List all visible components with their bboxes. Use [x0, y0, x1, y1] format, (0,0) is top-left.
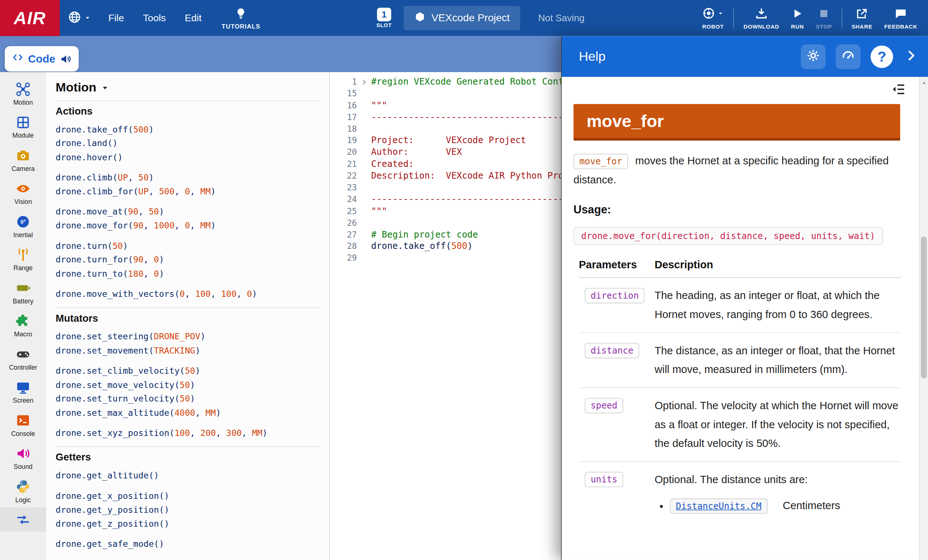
editor-line-text: """: [371, 100, 387, 112]
lightbulb-icon: [235, 7, 248, 21]
palette-command[interactable]: drone.set_max_altitude(4000, MM): [56, 406, 321, 420]
palette-command[interactable]: drone.get_x_position(): [56, 489, 321, 503]
tutorials-button[interactable]: TUTORIALS: [211, 7, 271, 29]
outline-toggle-button[interactable]: [891, 82, 906, 99]
command-group: drone.set_steering(DRONE_POV)drone.set_m…: [56, 330, 321, 358]
run-button[interactable]: RUN: [785, 0, 810, 36]
palette-command[interactable]: drone.land(): [56, 137, 321, 151]
collapse-panel-button[interactable]: [903, 47, 919, 65]
sidebar-item-macro[interactable]: Macro: [0, 309, 46, 341]
palette-command[interactable]: drone.set_xyz_position(100, 200, 300, MM…: [56, 426, 321, 440]
settings-button[interactable]: [801, 44, 826, 69]
command-group: drone.get_altitude(): [56, 469, 321, 483]
help-toggle-button[interactable]: ?: [870, 46, 893, 68]
caret-down-icon: [717, 10, 724, 18]
run-label: RUN: [791, 23, 804, 29]
palette-command[interactable]: drone.hover(): [56, 151, 321, 165]
share-button[interactable]: SHARE: [846, 0, 878, 36]
unit-link[interactable]: DistanceUnits.CM: [670, 499, 768, 514]
param-description: The distance, as an integer or float, th…: [655, 341, 902, 379]
palette-command[interactable]: drone.is_climb_active(): [56, 558, 321, 560]
editor-line-text: """: [371, 206, 387, 218]
line-number: 18: [330, 123, 357, 135]
sidebar-item-events[interactable]: [0, 507, 46, 531]
speaker-icon[interactable]: [60, 53, 72, 65]
palette-command[interactable]: drone.move_for(90, 1000, 0, MM): [56, 219, 321, 233]
palette-command[interactable]: drone.turn_to(180, 0): [56, 267, 321, 281]
palette-command[interactable]: drone.get_safe_mode(): [56, 537, 321, 551]
gauge-icon: [841, 48, 855, 65]
sidebar-item-screen[interactable]: Screen: [0, 375, 46, 408]
usage-code-block: drone.move_for(direction, distance, spee…: [573, 227, 882, 245]
palette-command[interactable]: drone.climb(UP, 50): [56, 171, 321, 185]
project-name-button[interactable]: VEXcode Project: [404, 6, 520, 30]
menu-file[interactable]: File: [99, 12, 134, 24]
palette-command[interactable]: drone.move_with_vectors(0, 100, 100, 0): [56, 287, 321, 301]
param-row-units: unitsOptional. The distance units are:Di…: [579, 462, 901, 523]
help-intro: move_for moves the Hornet at a specific …: [573, 152, 894, 189]
sidebar-item-module[interactable]: Module: [0, 110, 46, 143]
palette-command[interactable]: drone.take_off(500): [56, 123, 321, 137]
sidebar-item-sound[interactable]: Sound: [0, 441, 46, 474]
palette-command[interactable]: drone.set_climb_velocity(50): [56, 365, 321, 379]
usage-heading: Usage:: [573, 204, 919, 217]
sidebar-item-logic[interactable]: Logic: [0, 474, 46, 507]
code-brackets-icon: [12, 52, 24, 66]
palette-command[interactable]: drone.turn(50): [56, 239, 321, 253]
download-button[interactable]: DOWNLOAD: [737, 0, 785, 36]
sidebar-item-motion[interactable]: Motion: [0, 77, 46, 110]
sidebar-item-console[interactable]: Console: [0, 408, 46, 441]
col-description: Description: [655, 259, 902, 272]
sidebar-item-inertial[interactable]: 0°Inertial: [0, 209, 46, 242]
sidebar-item-camera[interactable]: Camera: [0, 143, 46, 176]
palette-command[interactable]: drone.set_steering(DRONE_POV): [56, 330, 321, 344]
fold-chevron-icon[interactable]: [357, 79, 371, 86]
param-chip: units: [585, 472, 623, 487]
palette-category-dropdown[interactable]: Motion: [56, 81, 321, 95]
sidebar-item-label: Vision: [14, 198, 32, 205]
command-group: drone.get_x_position()drone.get_y_positi…: [56, 489, 321, 531]
slot-button[interactable]: 1 SLOT: [376, 8, 392, 29]
menu-edit[interactable]: Edit: [175, 12, 211, 24]
section-title: Mutators: [56, 313, 321, 325]
palette-command[interactable]: drone.set_turn_velocity(50): [56, 392, 321, 406]
dashboard-button[interactable]: [836, 44, 861, 69]
feedback-icon: [894, 7, 908, 21]
sidebar-item-battery[interactable]: Battery: [0, 275, 46, 309]
palette-command[interactable]: drone.climb_for(UP, 500, 0, MM): [56, 185, 321, 199]
scrollbar-thumb[interactable]: [921, 236, 927, 379]
palette-command[interactable]: drone.set_movement(TRACKING): [56, 344, 321, 358]
sidebar-item-controller[interactable]: Controller: [0, 342, 46, 375]
sidebar-item-range[interactable]: Range: [0, 242, 46, 275]
sidebar-item-vision[interactable]: Vision: [0, 176, 46, 209]
command-palette: Motion Actionsdrone.take_off(500)drone.l…: [46, 72, 330, 560]
code-tab[interactable]: Code: [5, 46, 79, 72]
feedback-button[interactable]: FEEDBACK: [878, 0, 923, 36]
param-chip: distance: [585, 343, 639, 358]
svg-text:0°: 0°: [20, 219, 26, 225]
editor-line-text: Project: VEXcode Project: [371, 135, 526, 147]
sidebar-item-label: Controller: [9, 364, 37, 370]
palette-command[interactable]: drone.move_at(90, 50): [56, 205, 321, 219]
help-scrollbar[interactable]: [919, 77, 928, 560]
palette-section-mutators: Mutatorsdrone.set_steering(DRONE_POV)dro…: [56, 308, 321, 440]
up-arrow-icon: [921, 78, 927, 88]
palette-command[interactable]: drone.get_z_position(): [56, 517, 321, 531]
menu-tools[interactable]: Tools: [133, 12, 175, 24]
module-icon: [15, 114, 31, 130]
camera-icon: [15, 148, 31, 163]
language-selector[interactable]: [60, 10, 99, 26]
palette-command[interactable]: drone.set_move_velocity(50): [56, 378, 321, 392]
palette-command[interactable]: drone.turn_for(90, 0): [56, 253, 321, 267]
topbar-actions: ROBOT DOWNLOAD RUN STOP SHARE F: [696, 0, 928, 36]
robot-selector[interactable]: ROBOT: [696, 0, 730, 36]
stop-button[interactable]: STOP: [810, 0, 838, 36]
palette-command[interactable]: drone.get_y_position(): [56, 503, 321, 517]
command-group: drone.set_xyz_position(100, 200, 300, MM…: [56, 426, 321, 440]
screen-icon: [15, 380, 31, 395]
help-topic-banner: move_for: [573, 104, 900, 140]
palette-command[interactable]: drone.get_altitude(): [56, 469, 321, 483]
command-group: drone.turn(50)drone.turn_for(90, 0)drone…: [56, 239, 321, 281]
scroll-up-arrow[interactable]: [920, 78, 928, 88]
share-label: SHARE: [852, 23, 872, 29]
